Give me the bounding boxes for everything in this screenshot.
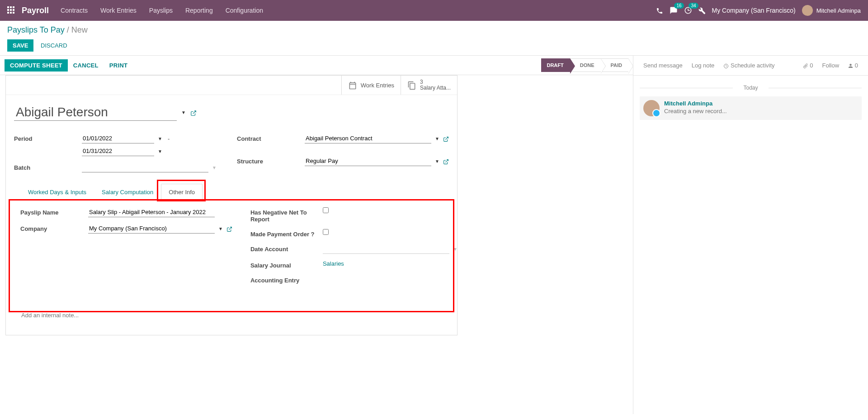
label-negative-net: Has Negative Net To Report — [250, 207, 323, 223]
stat-work-entries-label: Work Entries — [361, 82, 394, 89]
structure-field[interactable] — [305, 156, 431, 166]
label-company: Company — [20, 224, 88, 232]
dropdown-icon[interactable]: ▼ — [435, 136, 439, 141]
message-author[interactable]: Mitchell Adminpa — [664, 100, 727, 107]
compute-sheet-button[interactable]: COMPUTE SHEET — [5, 59, 68, 72]
company-field[interactable] — [88, 224, 215, 234]
calendar-icon — [348, 81, 357, 90]
message-avatar-icon — [643, 100, 660, 116]
label-payment-order: Made Payment Order ? — [250, 229, 323, 238]
breadcrumb-current: New — [71, 25, 88, 34]
internal-note-field[interactable] — [20, 310, 443, 320]
external-link-icon[interactable] — [190, 109, 197, 116]
payment-order-checkbox[interactable] — [323, 229, 329, 235]
user-menu[interactable]: Mitchell Adminpa — [802, 5, 861, 16]
form-sheet: Work Entries 3 Salary Atta... ▼ — [5, 75, 458, 335]
activities-icon[interactable]: 34 — [684, 6, 692, 15]
label-structure: Structure — [237, 156, 305, 165]
label-salary-journal: Salary Journal — [250, 260, 323, 269]
period-from-field[interactable] — [82, 134, 154, 143]
activities-badge: 34 — [689, 3, 698, 9]
message-item: Mitchell Adminpa Creating a new record..… — [640, 96, 862, 120]
files-icon — [407, 81, 416, 90]
external-link-icon[interactable] — [443, 135, 449, 142]
label-period: Period — [14, 134, 82, 142]
stat-salary-attachments[interactable]: 3 Salary Atta... — [401, 76, 457, 95]
stat-salary-label: Salary Atta... — [420, 85, 451, 91]
dropdown-icon[interactable]: ▼ — [212, 165, 217, 170]
nav-payslips[interactable]: Payslips — [149, 7, 173, 14]
date-account-field[interactable] — [323, 244, 449, 254]
form-view: COMPUTE SHEET CANCEL PRINT DRAFT DONE PA… — [0, 56, 633, 414]
message-text: Creating a new record... — [664, 108, 727, 115]
status-draft[interactable]: DRAFT — [541, 58, 570, 72]
tab-worked-days[interactable]: Worked Days & Inputs — [20, 184, 94, 200]
control-panel: Payslips To Pay / New SAVE DISCARD — [0, 21, 868, 52]
dropdown-icon[interactable]: ▼ — [218, 226, 223, 231]
company-selector[interactable]: My Company (San Francisco) — [712, 7, 796, 14]
cancel-button[interactable]: CANCEL — [68, 59, 104, 72]
external-link-icon[interactable] — [226, 225, 232, 232]
status-steps: DRAFT DONE PAID — [541, 58, 628, 72]
contract-field[interactable] — [305, 134, 431, 143]
external-link-icon[interactable] — [443, 158, 449, 165]
status-bar: COMPUTE SHEET CANCEL PRINT DRAFT DONE PA… — [0, 56, 633, 75]
top-navbar: Payroll Contracts Work Entries Payslips … — [0, 0, 868, 21]
dropdown-icon[interactable]: ▼ — [181, 110, 186, 115]
phone-icon[interactable] — [656, 6, 663, 14]
tab-other-info[interactable]: Other Info — [161, 184, 203, 200]
date-separator: Today — [640, 85, 862, 91]
nav-contracts[interactable]: Contracts — [61, 7, 88, 14]
dropdown-icon[interactable]: ▼ — [435, 159, 439, 164]
discard-button[interactable]: DISCARD — [35, 39, 73, 52]
save-button[interactable]: SAVE — [7, 39, 33, 52]
nav-configuration[interactable]: Configuration — [226, 7, 263, 14]
nav-reporting[interactable]: Reporting — [185, 7, 213, 14]
tab-pane-other-info: Payslip Name Company ▼ — [14, 200, 449, 328]
messages-badge: 16 — [674, 3, 684, 9]
user-avatar-icon — [802, 5, 813, 16]
breadcrumb-parent[interactable]: Payslips To Pay — [7, 25, 65, 34]
stat-work-entries[interactable]: Work Entries — [341, 76, 401, 95]
schedule-activity-button[interactable]: Schedule activity — [720, 60, 778, 71]
chatter-panel: Send message Log note Schedule activity … — [633, 56, 868, 414]
employee-field[interactable] — [14, 104, 177, 121]
payslip-name-field[interactable] — [88, 207, 215, 217]
attachments-button[interactable]: 0 — [799, 60, 817, 71]
apps-icon[interactable] — [7, 6, 15, 14]
log-note-button[interactable]: Log note — [688, 60, 718, 71]
dropdown-icon[interactable]: ▼ — [158, 149, 162, 154]
label-contract: Contract — [237, 134, 305, 142]
negative-net-checkbox[interactable] — [323, 207, 329, 213]
period-to-field[interactable] — [82, 146, 154, 156]
nav-work-entries[interactable]: Work Entries — [100, 7, 137, 14]
print-button[interactable]: PRINT — [104, 59, 133, 72]
dropdown-icon[interactable]: ▼ — [158, 136, 162, 141]
dropdown-icon[interactable]: ▼ — [453, 247, 458, 252]
messages-icon[interactable]: 16 — [670, 6, 678, 15]
debug-icon[interactable] — [698, 6, 706, 14]
notebook-tabs: Worked Days & Inputs Salary Computation … — [14, 183, 449, 200]
label-date-account: Date Account — [250, 244, 323, 253]
label-payslip-name: Payslip Name — [20, 207, 88, 216]
user-name: Mitchell Adminpa — [816, 7, 861, 14]
period-separator: - — [168, 135, 170, 142]
salary-journal-link[interactable]: Salaries — [323, 260, 344, 267]
label-batch: Batch — [14, 162, 82, 171]
batch-field[interactable] — [82, 162, 208, 172]
label-accounting-entry: Accounting Entry — [250, 275, 323, 284]
followers-button[interactable]: 0 — [844, 60, 862, 71]
follow-button[interactable]: Follow — [819, 60, 843, 71]
app-title[interactable]: Payroll — [22, 6, 49, 15]
tab-salary-computation[interactable]: Salary Computation — [94, 184, 161, 200]
breadcrumb: Payslips To Pay / New — [7, 25, 861, 35]
send-message-button[interactable]: Send message — [640, 60, 686, 71]
